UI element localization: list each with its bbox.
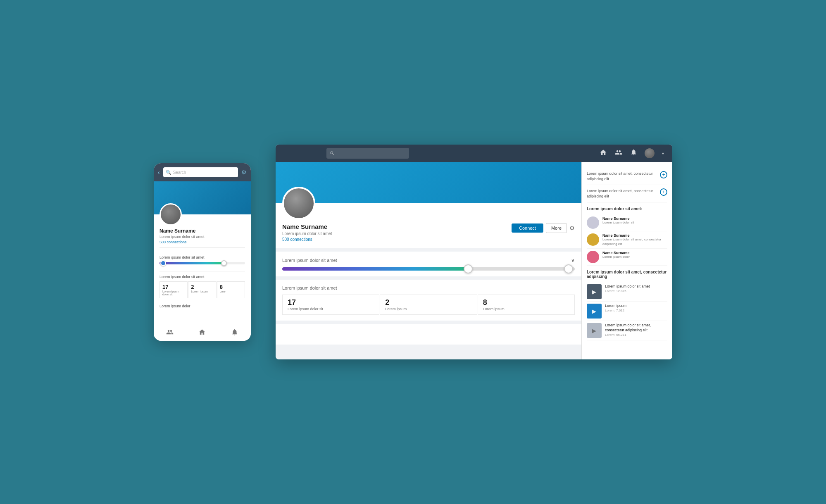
desktop-home-icon[interactable]	[600, 149, 607, 158]
sidebar-content-info-2: Lorem ipsum dolor sit amet, consectetur …	[605, 323, 667, 336]
desktop-empty-card	[276, 324, 581, 345]
sidebar-person-sub-2: Lorem ipsum dolor	[602, 255, 667, 259]
phone-profile-name: Name Surname	[159, 228, 245, 234]
sidebar-content-info-1: Lorem ipsum Lorem: 7.612	[605, 304, 667, 312]
phone-stats-section: Lorem ipsum dolor sit amet 17 Lorem ipsu…	[154, 268, 251, 298]
desktop-stat-num-0: 17	[288, 298, 374, 307]
sidebar-content-section-title: Lorem ipsum dolor sit amet, consectetur …	[587, 270, 667, 279]
sidebar-add-btn-0[interactable]: +	[660, 171, 667, 178]
phone-connections[interactable]: 500 connections	[159, 240, 245, 244]
phone-search-placeholder: Search	[173, 170, 186, 175]
sidebar-person-avatar-0	[587, 216, 599, 229]
desktop-more-button[interactable]: More	[546, 223, 567, 233]
sidebar-content-thumb-0[interactable]: ▶	[587, 284, 602, 299]
phone-nav-bell-icon[interactable]	[231, 328, 238, 338]
sidebar-play-icon-0: ▶	[592, 289, 596, 295]
phone-stat-item-2: 8 Lore	[217, 281, 245, 298]
sidebar-person-sub-1: Lorem ipsum dolor sit amet, consectetur …	[602, 238, 667, 246]
sidebar-add-text-0: Lorem ipsum dolor sit amet, consectetur …	[587, 171, 657, 181]
phone-stat-label-2: Lore	[220, 290, 242, 293]
desktop-nav-icons: ▾	[600, 148, 664, 158]
phone-slider-thumb-left[interactable]	[160, 260, 166, 266]
sidebar-person-avatar-1	[587, 233, 599, 246]
desktop-stat-box-2: 8 Lorem ipsum	[478, 295, 575, 315]
desktop-main: Name Surname Lorem ipsum dolor sit amet …	[276, 162, 581, 359]
desktop-profile-avatar	[282, 187, 315, 220]
desktop-user-avatar[interactable]	[645, 148, 655, 158]
sidebar-person-name-2: Name Surname	[602, 251, 667, 255]
phone-divider-2	[159, 271, 245, 271]
sidebar-add-item-1: Lorem ipsum dolor sit amet, consectetur …	[587, 185, 667, 202]
desktop-profile-info-row: Name Surname Lorem ipsum dolor sit amet …	[282, 223, 575, 242]
desktop-bell-icon[interactable]	[630, 149, 637, 158]
sidebar-person-name-1: Name Surname	[602, 233, 667, 238]
phone-stats-label: Lorem ipsum dolor sit amet	[159, 275, 245, 279]
desktop-navbar: ▾	[276, 145, 672, 162]
phone-bottom-label: Lorem ipsum dolor	[154, 302, 251, 311]
sidebar-add-item-0: Lorem ipsum dolor sit amet, consectetur …	[587, 168, 667, 185]
sidebar-content-thumb-2[interactable]: ▶	[587, 323, 602, 338]
phone-stat-label-1: Lorem ipsum	[191, 290, 213, 293]
sidebar-people-section-title: Lorem ipsum dolor sit amet:	[587, 207, 667, 211]
phone-stat-item-0: 17 Lorem ipsum dolor sit	[159, 281, 188, 298]
phone-search-input[interactable]: 🔍 Search	[163, 167, 238, 177]
phone-bottom-nav	[154, 325, 251, 341]
desktop-stat-num-2: 8	[483, 298, 569, 307]
sidebar-content-thumb-1[interactable]: ▶	[587, 304, 602, 319]
sidebar-person-avatar-2	[587, 251, 599, 263]
desktop-profile-subtitle: Lorem ipsum dolor sit amet	[282, 231, 332, 236]
phone-stat-item-1: 2 Lorem ipsum	[188, 281, 216, 298]
desktop-stat-num-1: 2	[385, 298, 471, 307]
sidebar-person-name-0: Name Surname	[602, 216, 667, 221]
phone-avatar	[159, 203, 182, 226]
desktop-search-bar[interactable]	[326, 148, 409, 159]
phone-slider-container[interactable]	[154, 262, 251, 264]
scene: ‹ 🔍 Search ⚙ Name Surname Lorem ipsum do…	[154, 145, 672, 359]
phone-search-icon: 🔍	[166, 170, 171, 175]
desktop-connect-button[interactable]: Connect	[512, 223, 543, 233]
sidebar-content-0: ▶ Lorem ipsum dolor sit amet Lorem: 12.8…	[587, 282, 667, 302]
sidebar-person-1: Name Surname Lorem ipsum dolor sit amet,…	[587, 231, 667, 249]
desktop-dropdown-arrow-icon[interactable]: ▾	[662, 151, 664, 156]
sidebar-content-meta-0: Lorem: 12.875	[605, 289, 667, 293]
desktop-profile-body: Name Surname Lorem ipsum dolor sit amet …	[276, 187, 581, 248]
phone-slider-thumb-right[interactable]	[221, 260, 227, 266]
desktop-slider-label: Lorem ipsum dolor sit amet	[282, 258, 337, 263]
desktop-slider-thumb-end[interactable]	[564, 264, 573, 273]
phone-stat-num-0: 17	[162, 284, 185, 290]
sidebar-content-meta-2: Lorem: 55.211	[605, 333, 667, 337]
phone-stat-label-0: Lorem ipsum dolor sit	[162, 290, 185, 296]
sidebar-play-icon-1: ▶	[592, 308, 596, 314]
desktop-stat-text-2: Lorem ipsum	[483, 307, 569, 311]
phone-stat-num-2: 8	[220, 284, 242, 290]
desktop-profile-connections[interactable]: 500 connections	[282, 237, 332, 242]
desktop-profile-card: Name Surname Lorem ipsum dolor sit amet …	[276, 162, 581, 248]
desktop-slider-chevron-icon[interactable]: ∨	[571, 257, 575, 263]
desktop-people-icon[interactable]	[614, 149, 623, 158]
desktop-slider-card: Lorem ipsum dolor sit amet ∨	[276, 252, 581, 276]
phone-stat-num-1: 2	[191, 284, 213, 290]
desktop-slider-thumb-main[interactable]	[464, 264, 473, 273]
sidebar-add-btn-1[interactable]: +	[660, 188, 667, 196]
phone-stats-row: 17 Lorem ipsum dolor sit 2 Lorem ipsum 8…	[159, 281, 245, 298]
desktop-browser: ▾ Name Surname Lorem ipsum dolor sit ame…	[276, 145, 672, 359]
sidebar-person-2: Name Surname Lorem ipsum dolor	[587, 249, 667, 266]
phone-back-button[interactable]: ‹	[158, 169, 160, 176]
desktop-sidebar: Lorem ipsum dolor sit amet, consectetur …	[581, 162, 672, 359]
phone-gear-icon[interactable]: ⚙	[241, 169, 247, 176]
desktop-profile-name: Name Surname	[282, 223, 332, 230]
desktop-slider-track[interactable]	[282, 267, 575, 271]
sidebar-content-title-1: Lorem ipsum	[605, 304, 667, 309]
desktop-profile-gear-icon[interactable]: ⚙	[569, 225, 575, 231]
sidebar-content-1: ▶ Lorem ipsum Lorem: 7.612	[587, 302, 667, 321]
desktop-search-wrap	[326, 148, 409, 159]
desktop-profile-actions: Connect More ⚙	[512, 223, 575, 233]
sidebar-content-info-0: Lorem ipsum dolor sit amet Lorem: 12.875	[605, 284, 667, 293]
desktop-stats-card: Lorem ipsum dolor sit amet 17 Lorem ipsu…	[276, 280, 581, 321]
sidebar-play-icon-2: ▶	[592, 328, 596, 334]
phone-nav-home-icon[interactable]	[198, 328, 206, 338]
phone-search-bar: ‹ 🔍 Search ⚙	[154, 163, 251, 181]
phone-slider-track	[159, 262, 245, 264]
sidebar-add-text-1: Lorem ipsum dolor sit amet, consectetur …	[587, 188, 657, 199]
phone-nav-people-icon[interactable]	[166, 328, 174, 338]
